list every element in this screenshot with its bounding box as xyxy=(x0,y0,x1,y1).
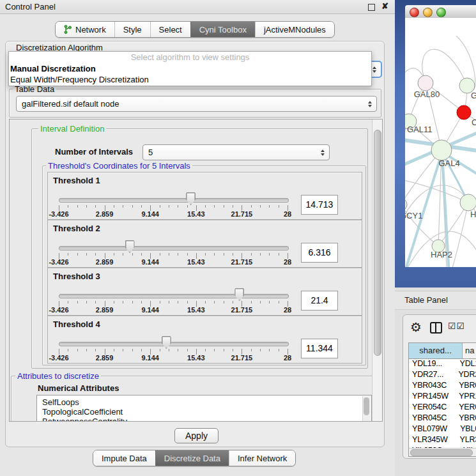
tick-mark xyxy=(214,205,215,208)
close-icon[interactable]: ✘ xyxy=(381,1,388,11)
slider-track[interactable] xyxy=(59,342,289,346)
threshold-value-input[interactable]: 21.4 xyxy=(301,291,338,311)
tick-mark xyxy=(187,205,188,208)
slider-thumb[interactable] xyxy=(186,192,196,205)
checkbox-icons[interactable]: ☑☑ xyxy=(448,321,465,331)
tick-label: -3.426 xyxy=(49,258,68,266)
tick-label: 28 xyxy=(284,306,291,314)
horizontal-scrollbar-thumb[interactable] xyxy=(410,449,473,456)
settings-gear-icon[interactable]: ⚙ xyxy=(410,319,422,335)
tab-style[interactable]: Style xyxy=(114,22,150,37)
list-item-betweennesscentrality[interactable]: BetweennessCentrality xyxy=(37,417,371,422)
interval-definition-title: Interval Definition xyxy=(38,124,106,134)
tick-mark xyxy=(160,349,160,351)
tick-mark xyxy=(178,301,178,303)
table-cell[interactable]: YBL079W xyxy=(409,424,457,435)
horizontal-scrollbar[interactable] xyxy=(409,448,476,456)
network-node-c[interactable] xyxy=(457,105,471,119)
threshold-label: Threshold 4 xyxy=(53,319,100,329)
tick-mark xyxy=(114,205,114,208)
tab-discretize-data[interactable]: Discretize Data xyxy=(155,450,229,466)
attributes-scrollbar[interactable] xyxy=(362,396,371,422)
table-header-shared[interactable]: shared... xyxy=(409,343,463,358)
table-row[interactable]: YBR043CYBR0 xyxy=(409,381,476,392)
traffic-light-close-icon[interactable] xyxy=(410,8,419,17)
table-cell[interactable]: YLR3 xyxy=(457,435,476,446)
apply-button[interactable]: Apply xyxy=(174,428,219,443)
tab-impute-data[interactable]: Impute Data xyxy=(93,450,155,466)
table-header-name[interactable]: na xyxy=(463,343,476,358)
table-row[interactable]: YLR345WYLR3 xyxy=(409,435,476,446)
tab-infer-network[interactable]: Infer Network xyxy=(229,450,295,466)
slider-track[interactable] xyxy=(59,246,289,250)
network-node-h[interactable] xyxy=(460,194,476,211)
split-view-icon[interactable] xyxy=(430,322,442,334)
table-cell[interactable]: YPR1 xyxy=(456,392,476,403)
table-cell[interactable]: YER054C xyxy=(409,403,456,413)
combo-stepper-icon xyxy=(368,101,372,107)
traffic-light-minimize-icon[interactable] xyxy=(423,8,433,17)
slider-thumb[interactable] xyxy=(125,240,135,253)
table-row[interactable]: YDR27...YDR2 xyxy=(409,370,476,381)
popup-option-equal-width-frequency-discretization[interactable]: Equal Width/Frequency Discretization xyxy=(9,74,371,85)
tab-jactivemnodules[interactable]: jActiveMNodules xyxy=(255,22,334,37)
table-cell[interactable]: YBL0 xyxy=(457,424,476,435)
threshold-value-input[interactable]: 11.344 xyxy=(301,339,338,358)
popup-option-manual-discretization[interactable]: Manual Discretization xyxy=(9,63,371,74)
tick-mark xyxy=(132,253,133,256)
table-row[interactable]: YPR145WYPR1 xyxy=(409,392,476,403)
tick-label: 15.43 xyxy=(187,306,205,314)
network-titlebar[interactable] xyxy=(405,5,476,19)
table-cell[interactable]: YLR345W xyxy=(409,435,457,446)
threshold-label: Threshold 1 xyxy=(53,176,100,185)
table-cell[interactable]: YBR0 xyxy=(456,381,476,392)
table-cell[interactable]: YDL19... xyxy=(409,359,457,370)
table-cell[interactable]: YBR0 xyxy=(456,413,476,424)
table-cell[interactable]: YBR043C xyxy=(409,381,456,392)
threshold-value-input[interactable]: 14.713 xyxy=(301,195,338,215)
network-node-gal4[interactable] xyxy=(431,140,452,160)
tick-label: 28 xyxy=(284,258,291,266)
node-table[interactable]: shared... na YDL19...YDL1YDR27...YDR2YBR… xyxy=(408,342,476,457)
vertical-scrollbar[interactable] xyxy=(372,119,382,421)
tick-mark xyxy=(187,253,188,256)
table-cell[interactable]: YBR045C xyxy=(409,413,456,424)
tab-network[interactable]: Network xyxy=(56,22,114,37)
tick-mark xyxy=(123,301,123,303)
table-cell[interactable]: YDR27... xyxy=(409,370,456,381)
table-cell[interactable]: YER0 xyxy=(456,403,476,413)
tick-label: 21.715 xyxy=(231,210,253,218)
threshold-value-input[interactable]: 6.316 xyxy=(301,243,338,263)
table-cell[interactable]: YDL1 xyxy=(457,359,476,370)
table-cell[interactable]: YPR145W xyxy=(409,392,456,403)
number-of-intervals-combo[interactable]: 5 xyxy=(142,144,330,160)
table-cell[interactable]: YDR2 xyxy=(456,370,476,381)
table-data-combo[interactable]: galFiltered.sif default node xyxy=(16,96,377,112)
table-row[interactable]: YBR045CYBR0 xyxy=(409,413,476,424)
table-row[interactable]: YER054CYER0 xyxy=(409,403,476,413)
slider-track[interactable] xyxy=(59,294,289,298)
attributes-scrollbar-thumb[interactable] xyxy=(364,397,369,415)
table-panel-header: Table Panel xyxy=(395,291,476,310)
numerical-attributes-list[interactable]: SelfLoopsTopologicalCoefficientBetweenne… xyxy=(36,395,372,422)
slider-track[interactable] xyxy=(59,198,289,203)
tick-mark xyxy=(77,349,78,351)
tick-mark xyxy=(114,253,114,256)
list-item-topologicalcoefficient[interactable]: TopologicalCoefficient xyxy=(37,407,371,417)
tick-label: 28 xyxy=(284,354,291,362)
tab-cyni-toolbox[interactable]: Cyni Toolbox xyxy=(190,22,255,37)
vertical-scrollbar-thumb[interactable] xyxy=(374,130,381,356)
tick-mark xyxy=(86,349,87,351)
traffic-light-zoom-icon[interactable] xyxy=(436,8,446,17)
network-node-gcy1[interactable] xyxy=(405,198,407,211)
table-row[interactable]: YDL19...YDL1 xyxy=(409,359,476,370)
float-window-icon[interactable] xyxy=(368,4,375,11)
network-node-gal80[interactable] xyxy=(418,75,433,91)
tab-select[interactable]: Select xyxy=(150,22,190,37)
table-row[interactable]: YBL079WYBL0 xyxy=(409,424,476,435)
tick-mark xyxy=(260,253,261,256)
slider-thumb[interactable] xyxy=(162,336,171,349)
list-item-selfloops[interactable]: SelfLoops xyxy=(37,397,371,407)
network-canvas[interactable]: GAL80GCGAL11GAL4GCY1HHAP2 xyxy=(405,18,476,267)
slider-thumb[interactable] xyxy=(234,288,244,301)
